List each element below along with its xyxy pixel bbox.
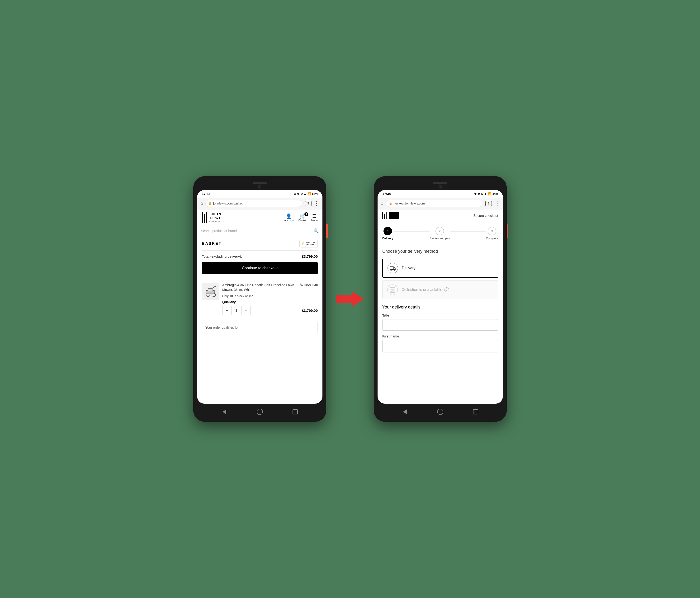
front-camera — [258, 185, 261, 189]
product-image — [202, 283, 219, 300]
checkout-logo — [382, 212, 399, 219]
tab-count[interactable]: 5 — [305, 201, 311, 206]
first-name-input[interactable] — [382, 340, 498, 352]
logo-bars — [202, 212, 207, 223]
help-icon[interactable]: ? — [444, 288, 449, 292]
basket-title: BASKET — [202, 242, 222, 246]
logo-bar-2 — [204, 214, 205, 223]
svg-point-5 — [215, 286, 216, 288]
total-row: Total (excluding delivery): £3,799.00 — [202, 251, 318, 262]
right-url-text: heckout.johnlewis.com — [394, 202, 425, 205]
step-1-label: Delivery — [382, 237, 394, 240]
lock-icon: 🔒 — [208, 202, 212, 205]
checkout-body: Choose your delivery method Delivery — [378, 244, 503, 361]
svg-rect-9 — [390, 289, 395, 293]
checkout-button[interactable]: Continue to checkout — [202, 262, 318, 274]
url-bar[interactable]: 🔒 johnlewis.com/basket — [205, 200, 302, 207]
status-bar: 17:33 ⊕ ⊗ ⊙ ▲ 📶 84% — [197, 190, 322, 198]
collection-label: Collection is unavailable — [402, 288, 442, 292]
right-home-icon[interactable]: ⌂ — [381, 201, 383, 206]
arrow-head — [352, 292, 364, 306]
delivery-details-section: Your delivery details Title First name — [382, 305, 498, 352]
delivery-option-label: Delivery — [402, 266, 416, 270]
left-phone: 17:33 ⊕ ⊗ ⊙ ▲ 📶 84% ⌂ 🔒 johnlewis.com/ba… — [193, 176, 326, 422]
first-name-label: First name — [382, 334, 498, 338]
nav-menu[interactable]: ☰ Menu — [311, 213, 318, 222]
step-divider-1 — [394, 231, 429, 231]
right-back-button[interactable] — [402, 408, 408, 415]
arrow-shaft — [336, 295, 352, 303]
browser-bar[interactable]: ⌂ 🔒 johnlewis.com/basket 5 ⋮ — [197, 198, 322, 209]
norton-check-icon: ✔ — [301, 241, 305, 246]
right-tab-count[interactable]: 5 — [485, 201, 492, 206]
qty-minus-button[interactable]: − — [222, 306, 232, 316]
collection-store-icon — [387, 284, 398, 295]
total-label: Total (excluding delivery): — [202, 254, 242, 258]
norton-text: NORTON SECURED — [306, 242, 316, 246]
step-3-label: Complete — [486, 237, 498, 240]
arrow-container — [336, 292, 364, 306]
right-time: 17:34 — [382, 192, 391, 196]
right-status-icons: ⊕ ⊗ ⊙ ▲ 📶 84% — [474, 192, 498, 196]
side-button — [326, 224, 328, 238]
basket-content: BASKET ✔ NORTON SECURED Total (excluding… — [197, 236, 322, 333]
right-home-button[interactable] — [437, 408, 444, 415]
browser-menu-icon[interactable]: ⋮ — [314, 200, 319, 207]
search-placeholder: Search product or brand — [201, 229, 311, 233]
basket-badge: 1 — [304, 212, 308, 216]
step-2-label: Review and pay — [429, 237, 450, 240]
step-complete: 3 Complete — [486, 227, 498, 240]
delivery-method-title: Choose your delivery method — [382, 249, 498, 254]
svg-rect-3 — [208, 289, 213, 291]
step-1-circle: 1 — [383, 227, 392, 235]
back-button[interactable] — [221, 408, 228, 415]
step-review: 2 Review and pay — [429, 227, 450, 240]
logo-bar-s2 — [384, 214, 385, 219]
right-browser-bar[interactable]: ⌂ 🔒 heckout.johnlewis.com 5 ⋮ — [378, 198, 503, 209]
svg-rect-6 — [390, 267, 394, 270]
title-field-label: Title — [382, 314, 498, 317]
collection-unavail: Collection is unavailable ? — [402, 288, 449, 292]
step-3-circle: 3 — [488, 227, 496, 235]
first-name-field-group: First name — [382, 334, 498, 352]
right-side-button — [507, 224, 508, 238]
search-bar[interactable]: Search product or brand 🔍 — [197, 226, 322, 236]
right-lock-icon: 🔒 — [389, 202, 392, 205]
nav-account[interactable]: 👤 Account — [284, 213, 294, 222]
step-2-circle: 2 — [435, 227, 444, 235]
product-details: Ambrogio 4.36 Elite Robotic Self-Propell… — [222, 283, 318, 315]
right-status-bar: 17:34 ⊕ ⊗ ⊙ ▲ 📶 84% — [378, 190, 503, 198]
top-speaker — [253, 182, 267, 184]
red-arrow-group — [336, 292, 364, 306]
menu-icon: ☰ — [312, 213, 317, 219]
qty-row: − 1 + £3,799.00 — [222, 306, 318, 316]
stock-info: Only 10 in stock online — [222, 294, 318, 298]
logo-bar-1 — [202, 212, 203, 223]
delivery-option[interactable]: Delivery — [382, 259, 498, 278]
right-url-bar[interactable]: 🔒 heckout.johnlewis.com — [386, 200, 483, 207]
title-input[interactable] — [382, 319, 498, 330]
status-icons: ⊕ ⊗ ⊙ ▲ 📶 84% — [294, 192, 318, 196]
right-screen: 17:34 ⊕ ⊗ ⊙ ▲ 📶 84% ⌂ 🔒 heckout.johnlewi… — [378, 190, 503, 404]
qty-label: Quantity — [222, 300, 318, 304]
right-browser-menu-icon[interactable]: ⋮ — [494, 200, 500, 207]
nav-basket[interactable]: 🛒 1 Basket — [298, 213, 306, 222]
order-qualifies: Your order qualifies for: — [202, 322, 318, 333]
title-field-group: Title — [382, 314, 498, 330]
svg-rect-10 — [392, 291, 394, 293]
lawnmower-icon — [203, 284, 218, 299]
right-recents-button[interactable] — [472, 408, 479, 415]
steps-bar: 1 Delivery 2 Review and pay 3 Complete — [378, 222, 503, 244]
bottom-bar — [197, 406, 322, 418]
home-icon[interactable]: ⌂ — [200, 201, 203, 206]
total-price: £3,799.00 — [302, 254, 318, 258]
right-bottom-bar — [378, 406, 503, 418]
account-icon: 👤 — [286, 213, 292, 219]
home-button[interactable] — [256, 408, 263, 415]
remove-item-link[interactable]: Remove item — [299, 283, 318, 286]
jl-nav: 👤 Account 🛒 1 Basket ☰ Menu — [284, 213, 318, 222]
qty-plus-button[interactable]: + — [241, 306, 251, 316]
right-top-speaker — [433, 182, 447, 184]
delivery-truck-icon — [388, 263, 398, 273]
recents-button[interactable] — [292, 408, 298, 415]
